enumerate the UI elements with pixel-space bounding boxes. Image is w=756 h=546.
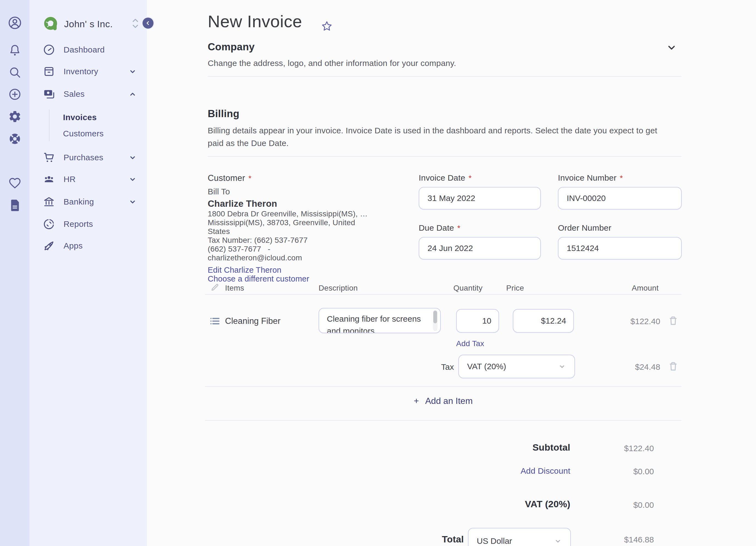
customer-email: charlizetheron@icloud.com — [208, 254, 302, 262]
divider — [205, 386, 681, 387]
required-asterisk: * — [620, 174, 623, 182]
items-column-header: Items — [225, 284, 244, 292]
total-value: $146.88 — [571, 535, 654, 544]
favorites-heart-icon[interactable] — [8, 176, 22, 190]
company-logo[interactable] — [43, 14, 60, 32]
sidebar-item-label: Reports — [64, 220, 93, 229]
sidebar-item-label: HR — [64, 175, 76, 184]
invoice-date-label: Invoice Date* — [419, 173, 472, 183]
due-date-input[interactable] — [419, 237, 541, 260]
add-item-button[interactable]: + Add an Item — [205, 396, 681, 406]
company-switcher-icon[interactable] — [131, 17, 140, 30]
item-amount: $122.40 — [604, 317, 660, 326]
search-icon[interactable] — [8, 65, 22, 79]
notifications-bell-icon[interactable] — [8, 43, 22, 57]
price-column-header: Price — [506, 284, 524, 292]
currency-select-value: US Dollar — [477, 536, 512, 546]
invoice-date-input[interactable] — [419, 187, 541, 210]
tax-select[interactable]: VAT (20%) — [458, 355, 575, 378]
sidebar-collapse-button[interactable] — [143, 18, 154, 29]
invoice-number-input[interactable] — [558, 187, 682, 210]
currency-select[interactable]: US Dollar — [468, 528, 571, 546]
sidebar-item-hr[interactable]: HR — [43, 171, 137, 187]
sidebar-item-invoices[interactable]: Invoices — [63, 111, 97, 124]
favorite-star-icon[interactable] — [320, 20, 333, 33]
vat-total-value: $0.00 — [571, 500, 654, 510]
bill-to-label: Bill To — [208, 187, 230, 196]
customer-address-line: Mississippi(MS), 38703, Greenville, Unit… — [208, 218, 355, 227]
add-item-label: Add an Item — [425, 396, 473, 406]
documents-file-icon[interactable] — [8, 199, 22, 212]
chevron-down-icon — [128, 175, 137, 184]
required-asterisk: * — [248, 174, 251, 183]
chevron-down-icon — [128, 67, 137, 76]
company-collapse-chevron-icon[interactable] — [666, 42, 677, 53]
company-section-title: Company — [208, 41, 255, 53]
sidebar-item-banking[interactable]: Banking — [43, 194, 137, 210]
table-header-divider — [205, 294, 681, 295]
order-number-label: Order Number — [558, 223, 611, 233]
add-discount-link[interactable]: Add Discount — [405, 466, 570, 476]
divider — [205, 420, 681, 421]
sidebar-item-purchases[interactable]: Purchases — [43, 150, 137, 166]
banking-bank-icon — [43, 196, 55, 208]
chevron-down-icon — [558, 362, 566, 370]
edit-items-pencil-icon[interactable] — [210, 282, 220, 292]
company-name[interactable]: John' s Inc. — [64, 19, 113, 29]
chevron-up-icon — [128, 90, 137, 98]
sidebar-item-label: Sales — [64, 89, 85, 99]
customer-name: Charlize Theron — [208, 199, 277, 209]
delete-item-trash-icon[interactable] — [667, 315, 679, 326]
order-number-input[interactable] — [558, 237, 682, 260]
due-date-label: Due Date* — [419, 223, 460, 233]
company-section-description: Change the address, logo, and other info… — [208, 57, 456, 70]
add-plus-circle-icon[interactable] — [8, 87, 22, 101]
delete-tax-trash-icon[interactable] — [667, 361, 679, 372]
divider — [208, 156, 681, 157]
amount-column-header: Amount — [604, 284, 659, 292]
support-lifebuoy-icon[interactable] — [8, 132, 22, 146]
sidebar-item-customers[interactable]: Customers — [63, 127, 104, 141]
billing-section-description: Billing details appear in your invoice. … — [208, 124, 673, 150]
item-price-input[interactable] — [513, 309, 574, 333]
customer-address-line: States — [208, 227, 230, 236]
textarea-scrollbar-thumb[interactable] — [433, 311, 437, 323]
customer-phone: (662) 537-7677 - — [208, 245, 270, 254]
sidebar-item-dashboard[interactable]: Dashboard — [43, 42, 137, 58]
subtotal-label: Subtotal — [405, 442, 570, 453]
chevron-down-icon — [128, 153, 137, 162]
sidebar-item-inventory[interactable]: Inventory — [43, 64, 137, 80]
chevron-down-icon — [128, 198, 137, 206]
required-asterisk: * — [457, 224, 460, 232]
item-list-icon[interactable] — [209, 315, 221, 327]
invoice-number-label: Invoice Number* — [558, 173, 623, 183]
billing-section-title: Billing — [208, 108, 239, 120]
apps-rocket-icon — [43, 240, 55, 252]
item-description-textarea[interactable]: Cleaning fiber for screens and monitors — [319, 308, 441, 333]
sidebar-item-label: Purchases — [64, 153, 103, 162]
quantity-column-header: Quantity — [422, 284, 483, 292]
item-quantity-input[interactable] — [456, 309, 499, 333]
sidebar-item-label: Inventory — [64, 67, 98, 76]
customer-tax-number: Tax Number: (662) 537-7677 — [208, 236, 308, 245]
item-name: Cleaning Fiber — [225, 316, 281, 326]
sidebar: John' s Inc. Dashboard Inventory Sales I… — [29, 0, 147, 546]
hr-people-icon — [43, 173, 55, 186]
sidebar-item-apps[interactable]: Apps — [43, 238, 137, 254]
edit-customer-link[interactable]: Edit Charlize Theron — [208, 266, 281, 274]
sales-payments-icon — [43, 88, 55, 100]
main-content: New Invoice Company Change the address, … — [147, 0, 756, 546]
purchases-cart-icon — [43, 151, 55, 164]
account-icon[interactable] — [7, 15, 22, 30]
plus-icon: + — [414, 396, 419, 406]
vat-total-label: VAT (20%) — [405, 499, 570, 509]
choose-customer-link[interactable]: Choose a different customer — [208, 274, 309, 283]
sidebar-item-sales[interactable]: Sales — [43, 86, 137, 102]
dashboard-speedometer-icon — [43, 43, 55, 56]
settings-gear-icon[interactable] — [8, 110, 22, 124]
description-column-header: Description — [319, 284, 358, 292]
discount-value: $0.00 — [571, 467, 654, 476]
add-tax-link[interactable]: Add Tax — [456, 339, 484, 348]
total-label: Total — [381, 534, 464, 545]
sidebar-item-reports[interactable]: Reports — [43, 216, 137, 232]
